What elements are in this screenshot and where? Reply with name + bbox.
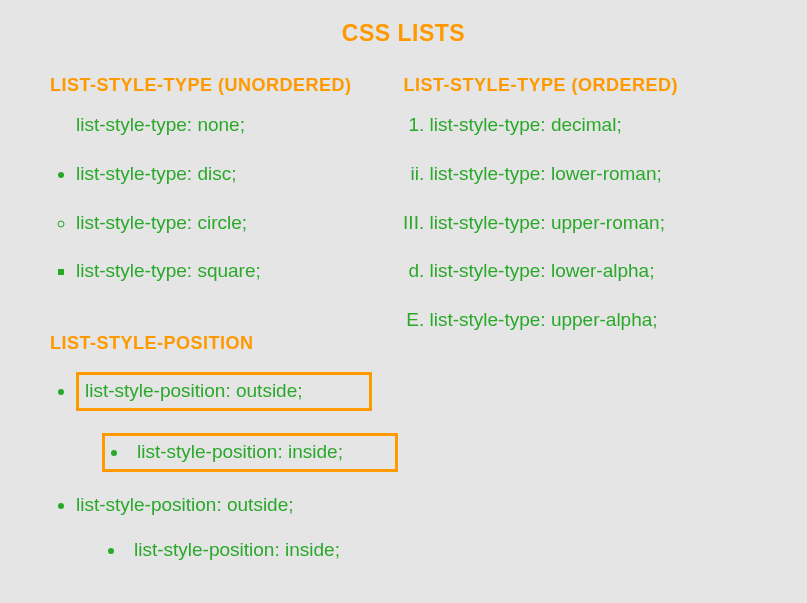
- list-item: list-style-type: decimal;: [430, 114, 758, 137]
- column-left: LIST-STYLE-TYPE (UNORDERED) list-style-t…: [50, 75, 404, 583]
- list-item: list-style-type: lower-alpha;: [430, 260, 758, 283]
- list-unordered: list-style-type: none; list-style-type: …: [50, 114, 404, 283]
- list-item: list-style-position: outside;: [76, 372, 372, 411]
- list-item: list-style-type: disc;: [76, 163, 404, 186]
- list-item: list-style-type: lower-roman;: [430, 163, 758, 186]
- section-title-position: LIST-STYLE-POSITION: [50, 333, 404, 354]
- list-item: list-style-position: inside;: [108, 539, 404, 562]
- section-title-unordered: LIST-STYLE-TYPE (UNORDERED): [50, 75, 404, 96]
- section-title-ordered: LIST-STYLE-TYPE (ORDERED): [404, 75, 758, 96]
- list-item: list-style-type: upper-roman;: [430, 212, 758, 235]
- list-item: list-style-type: circle;: [76, 212, 404, 235]
- list-position-boxed: list-style-position: outside; list-style…: [50, 372, 404, 472]
- list-item: list-style-position: inside;: [102, 433, 398, 472]
- list-item: list-style-type: square;: [76, 260, 404, 283]
- page: CSS LISTS LIST-STYLE-TYPE (UNORDERED) li…: [0, 0, 807, 583]
- list-position-plain: list-style-position: outside; list-style…: [50, 494, 404, 562]
- list-item: list-style-type: upper-alpha;: [430, 309, 758, 332]
- columns: LIST-STYLE-TYPE (UNORDERED) list-style-t…: [50, 75, 757, 583]
- page-title: CSS LISTS: [50, 20, 757, 47]
- list-item: list-style-position: outside;: [76, 494, 404, 517]
- column-right: LIST-STYLE-TYPE (ORDERED) list-style-typ…: [404, 75, 758, 583]
- list-ordered: list-style-type: decimal; list-style-typ…: [404, 114, 758, 332]
- list-item: list-style-type: none;: [76, 114, 404, 137]
